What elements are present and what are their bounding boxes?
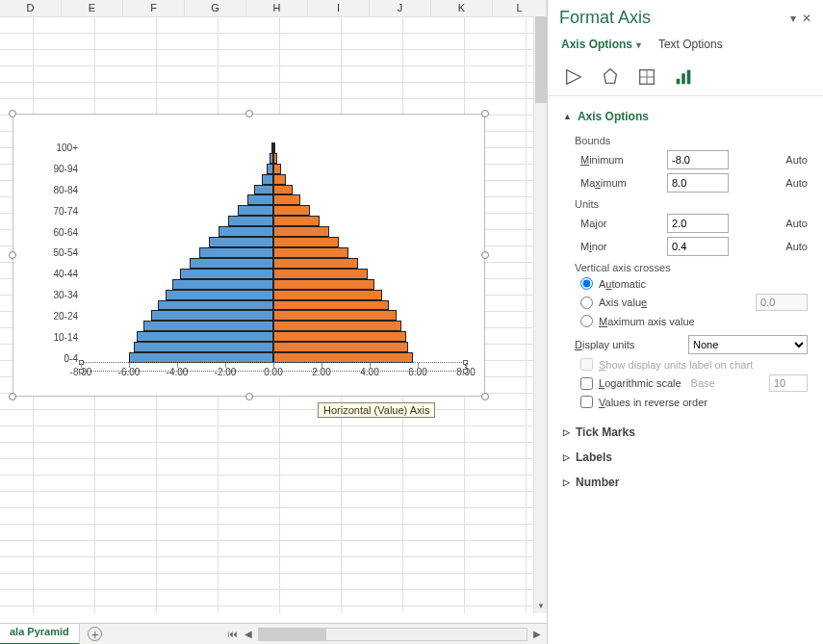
tab-axis-options[interactable]: Axis Options▼ <box>561 38 643 51</box>
bar-left[interactable] <box>143 321 273 331</box>
bar-right[interactable] <box>273 258 358 269</box>
column-header[interactable]: E <box>62 0 123 16</box>
column-header[interactable]: K <box>431 0 493 16</box>
tab-nav-prev[interactable]: ◀ <box>243 629 254 640</box>
resize-handle[interactable] <box>481 110 489 117</box>
tab-nav-next[interactable]: ▶ <box>531 629 543 640</box>
bar-right[interactable] <box>273 205 310 216</box>
column-header[interactable]: G <box>185 0 246 16</box>
column-header[interactable]: D <box>0 0 62 16</box>
maximum-auto-button[interactable]: Auto <box>785 177 808 189</box>
column-header[interactable]: I <box>308 0 370 16</box>
display-units-select[interactable]: None <box>688 335 808 354</box>
bar-right[interactable] <box>273 237 339 247</box>
bar-left[interactable] <box>158 300 273 311</box>
format-mode-icons <box>548 57 823 96</box>
bar-left[interactable] <box>151 310 274 321</box>
format-axis-pane: Format Axis ▾ ✕ Axis Options▼ Text Optio… <box>547 0 823 644</box>
bar-right[interactable] <box>273 342 408 352</box>
bar-left[interactable] <box>190 258 274 269</box>
scroll-thumb[interactable] <box>259 629 326 640</box>
bar-right[interactable] <box>273 300 389 311</box>
major-input[interactable] <box>667 214 729 233</box>
close-icon[interactable]: ✕ <box>802 12 811 25</box>
bar-right[interactable] <box>273 269 368 279</box>
bar-left[interactable] <box>238 205 274 216</box>
new-sheet-button[interactable]: + <box>84 624 107 645</box>
vac-automatic-radio[interactable] <box>580 277 593 290</box>
bar-right[interactable] <box>273 216 320 226</box>
bar-left[interactable] <box>254 185 273 195</box>
bar-left[interactable] <box>262 174 274 185</box>
bar-left[interactable] <box>137 331 274 342</box>
resize-handle[interactable] <box>245 393 253 400</box>
reverse-order-checkbox[interactable] <box>580 396 593 408</box>
bar-right[interactable] <box>273 226 329 237</box>
column-header[interactable]: J <box>370 0 431 16</box>
bar-right[interactable] <box>273 194 300 205</box>
column-header[interactable]: L <box>493 0 547 16</box>
bar-left[interactable] <box>228 216 274 226</box>
bar-right[interactable] <box>273 247 348 258</box>
maximum-input[interactable] <box>667 173 729 193</box>
tab-text-options[interactable]: Text Options <box>658 38 723 51</box>
vertical-scrollbar[interactable]: ▲ ▼ <box>533 16 547 613</box>
scroll-down-button[interactable]: ▼ <box>534 600 548 613</box>
bar-left[interactable] <box>209 237 274 247</box>
fill-line-icon[interactable] <box>563 66 584 88</box>
chart-plot-area[interactable] <box>81 132 466 363</box>
bar-left[interactable] <box>166 290 274 300</box>
minimum-auto-button[interactable]: Auto <box>785 154 808 166</box>
bar-right[interactable] <box>273 310 397 321</box>
pane-options-button[interactable]: ▾ <box>790 12 796 25</box>
bar-right[interactable] <box>273 279 374 290</box>
bar-right[interactable] <box>273 153 277 164</box>
horizontal-scrollbar[interactable] <box>258 628 527 641</box>
resize-handle[interactable] <box>9 393 16 400</box>
resize-handle[interactable] <box>481 251 489 259</box>
section-axis-options[interactable]: ▲Axis Options <box>563 104 808 129</box>
bar-left[interactable] <box>199 247 274 258</box>
bar-right[interactable] <box>273 331 406 342</box>
bar-right[interactable] <box>273 321 401 331</box>
effects-icon[interactable] <box>600 66 621 88</box>
vac-axis-value-input[interactable] <box>756 294 808 311</box>
tab-nav-first[interactable]: ⏮ <box>227 629 239 640</box>
column-header[interactable]: H <box>246 0 308 16</box>
axis-options-icon[interactable] <box>673 66 694 88</box>
section-tick-marks[interactable]: ▷Tick Marks <box>548 420 823 445</box>
resize-handle[interactable] <box>9 110 16 117</box>
major-auto-button[interactable]: Auto <box>785 218 808 229</box>
y-axis-label: 70-74 <box>35 205 78 216</box>
bar-left[interactable] <box>134 342 273 352</box>
size-properties-icon[interactable] <box>636 66 657 88</box>
bar-right[interactable] <box>273 290 382 300</box>
section-number[interactable]: ▷Number <box>548 470 823 495</box>
chart-object[interactable]: 0-410-1420-2430-3440-4450-5460-6470-7480… <box>13 114 485 397</box>
sheet-tab-active[interactable]: ala Pyramid <box>0 624 80 645</box>
bar-left[interactable] <box>180 269 274 279</box>
bar-left[interactable] <box>247 194 274 205</box>
minor-input[interactable] <box>667 237 729 256</box>
bar-left[interactable] <box>172 279 273 290</box>
resize-handle[interactable] <box>245 110 253 117</box>
log-scale-checkbox[interactable] <box>580 377 593 390</box>
svg-rect-5 <box>682 73 685 84</box>
minor-auto-button[interactable]: Auto <box>785 241 808 252</box>
bar-right[interactable] <box>273 174 286 185</box>
column-header[interactable]: F <box>123 0 185 16</box>
bar-left[interactable] <box>267 164 274 174</box>
minimum-input[interactable] <box>667 150 729 169</box>
resize-handle[interactable] <box>481 393 489 400</box>
vac-axis-value-radio[interactable] <box>580 296 593 309</box>
bar-right[interactable] <box>273 185 293 195</box>
log-base-input[interactable] <box>769 374 808 392</box>
section-labels[interactable]: ▷Labels <box>548 445 823 470</box>
vac-maximum-radio[interactable] <box>580 315 593 327</box>
bar-right[interactable] <box>273 142 275 153</box>
bar-left[interactable] <box>219 226 274 237</box>
resize-handle[interactable] <box>9 251 16 259</box>
bar-right[interactable] <box>273 164 281 174</box>
scroll-thumb[interactable] <box>535 16 547 103</box>
label-units: Units <box>575 198 808 210</box>
